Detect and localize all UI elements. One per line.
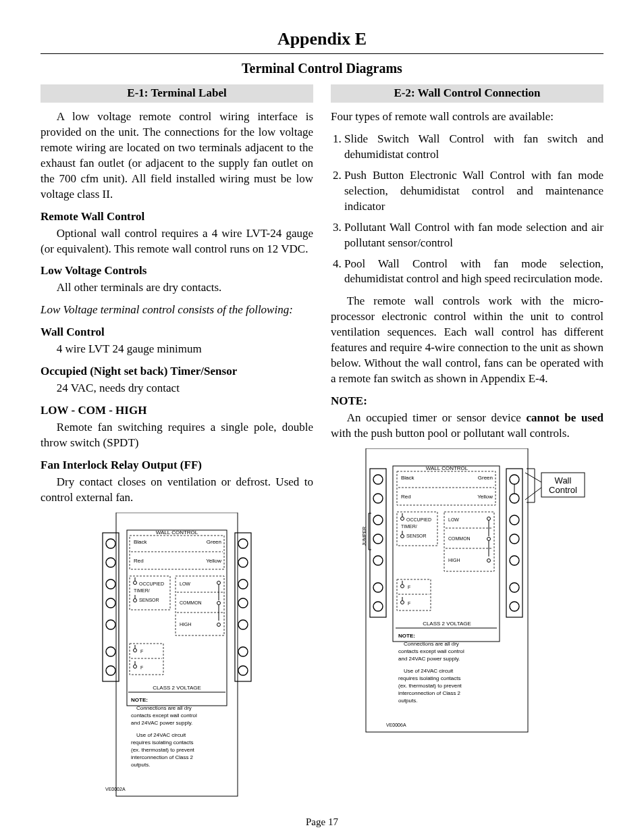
svg-point-6 bbox=[238, 558, 248, 567]
svg-point-12 bbox=[238, 620, 248, 629]
svg-text:Yellow: Yellow bbox=[206, 558, 221, 564]
svg-point-107 bbox=[401, 534, 404, 538]
note-body: An occupied timer or sensor device canno… bbox=[331, 411, 603, 442]
svg-point-80 bbox=[373, 475, 383, 484]
low-voltage-controls-head: Low Voltage Controls bbox=[41, 263, 313, 279]
fan-interlock-body: Dry contact closes on ventilation or def… bbox=[41, 475, 313, 506]
svg-text:JUMPER: JUMPER bbox=[362, 526, 367, 546]
italic-line: Low Voltage terminal control consists of… bbox=[41, 303, 313, 318]
low-com-high-body: Remote fan switching requires a single p… bbox=[41, 420, 313, 451]
svg-text:Green: Green bbox=[207, 539, 221, 545]
svg-text:Wall: Wall bbox=[555, 475, 572, 486]
svg-text:contacts except wall control: contacts except wall control bbox=[398, 648, 464, 654]
svg-point-93 bbox=[510, 602, 519, 611]
list-item-4: Pool Wall Control with fan mode selectio… bbox=[344, 257, 603, 288]
svg-point-88 bbox=[373, 556, 383, 565]
occupied-body: 24 VAC, needs dry contact bbox=[41, 381, 313, 396]
svg-point-5 bbox=[106, 558, 115, 567]
svg-text:COMMON: COMMON bbox=[448, 536, 471, 541]
svg-point-86 bbox=[373, 534, 383, 544]
list-item-3: Pollutant Wall Control with fan mode sel… bbox=[344, 220, 603, 251]
svg-point-43 bbox=[217, 623, 221, 626]
svg-text:TIMER/: TIMER/ bbox=[401, 524, 417, 529]
svg-point-82 bbox=[373, 494, 383, 503]
svg-text:requires isolating contacts: requires isolating contacts bbox=[131, 739, 194, 746]
svg-text:VE0002A: VE0002A bbox=[105, 787, 126, 791]
svg-text:Connections are all dry: Connections are all dry bbox=[136, 705, 192, 711]
svg-point-122 bbox=[401, 584, 404, 588]
svg-text:Black: Black bbox=[134, 539, 148, 545]
page-number: Page 17 bbox=[41, 815, 603, 829]
svg-point-41 bbox=[217, 601, 221, 604]
svg-text:HIGH: HIGH bbox=[448, 558, 460, 563]
svg-text:OCCUPIED: OCCUPIED bbox=[406, 517, 431, 522]
svg-point-85 bbox=[510, 515, 519, 525]
svg-text:WALL CONTROL: WALL CONTROL bbox=[426, 465, 468, 471]
column-left: E-1: Terminal Label A low voltage remote… bbox=[41, 84, 313, 803]
svg-point-8 bbox=[238, 579, 248, 589]
svg-text:Yellow: Yellow bbox=[477, 494, 493, 500]
svg-text:Use of 24VAC circuit: Use of 24VAC circuit bbox=[404, 668, 454, 674]
svg-point-15 bbox=[106, 666, 115, 675]
svg-point-9 bbox=[106, 598, 115, 608]
svg-point-26 bbox=[134, 581, 137, 584]
svg-text:outputs.: outputs. bbox=[131, 762, 150, 768]
svg-text:Use of 24VAC circuit: Use of 24VAC circuit bbox=[136, 732, 186, 738]
svg-rect-0 bbox=[116, 513, 238, 796]
svg-text:VE0006A: VE0006A bbox=[386, 723, 406, 727]
svg-point-87 bbox=[510, 534, 519, 544]
svg-text:Red: Red bbox=[401, 494, 411, 500]
svg-text:(ex. thermostat) to prevent: (ex. thermostat) to prevent bbox=[131, 747, 195, 753]
diagram-terminal-label: WALL CONTROL Black Green Red Yellow OCCU… bbox=[89, 513, 265, 803]
list-item-2: Push Button Electronic Wall Control with… bbox=[344, 168, 603, 215]
svg-point-120 bbox=[487, 558, 491, 562]
svg-point-7 bbox=[106, 579, 115, 589]
svg-point-89 bbox=[510, 556, 519, 565]
svg-point-84 bbox=[373, 515, 383, 525]
svg-text:Connections are all dry: Connections are all dry bbox=[404, 641, 459, 647]
svg-text:OCCUPIED: OCCUPIED bbox=[139, 581, 164, 586]
svg-text:WALL CONTROL: WALL CONTROL bbox=[156, 529, 198, 536]
svg-point-11 bbox=[106, 620, 115, 629]
svg-point-4 bbox=[238, 539, 248, 548]
svg-point-90 bbox=[373, 583, 383, 592]
page-subtitle: Terminal Control Diagrams bbox=[41, 59, 603, 78]
wall-control-list: Slide Switch Wall Control with fan switc… bbox=[344, 132, 603, 287]
svg-text:Black: Black bbox=[401, 475, 415, 481]
note-head: NOTE: bbox=[331, 394, 603, 409]
svg-point-83 bbox=[510, 494, 519, 503]
svg-rect-66 bbox=[370, 469, 386, 617]
fan-interlock-head: Fan Interlock Relay Output (FF) bbox=[41, 458, 313, 473]
svg-rect-65 bbox=[393, 466, 500, 642]
diagram-wall-control-connection: Wall Control JUMPER bbox=[339, 448, 595, 739]
remote-wall-control-head: Remote Wall Control bbox=[41, 209, 313, 225]
svg-text:HIGH: HIGH bbox=[180, 622, 192, 627]
svg-text:requires isolating contacts: requires isolating contacts bbox=[398, 675, 461, 681]
svg-text:COMMON: COMMON bbox=[180, 600, 202, 605]
svg-text:SENSOR: SENSOR bbox=[406, 533, 427, 538]
wall-control-head: Wall Control bbox=[41, 325, 313, 340]
svg-rect-17 bbox=[127, 530, 227, 706]
svg-text:Control: Control bbox=[549, 485, 577, 495]
svg-text:NOTE:: NOTE: bbox=[398, 633, 415, 639]
svg-text:SENSOR: SENSOR bbox=[139, 598, 159, 602]
svg-point-103 bbox=[401, 517, 404, 520]
svg-point-3 bbox=[106, 539, 115, 548]
svg-text:Red: Red bbox=[134, 558, 144, 564]
svg-point-92 bbox=[373, 602, 383, 611]
svg-text:and 24VAC power supply.: and 24VAC power supply. bbox=[131, 720, 192, 726]
svg-point-91 bbox=[510, 583, 519, 592]
svg-text:interconnection of Class 2: interconnection of Class 2 bbox=[398, 690, 461, 696]
svg-point-81 bbox=[510, 475, 519, 484]
occupied-head: Occupied (Night set back) Timer/Sensor bbox=[41, 364, 313, 380]
svg-point-39 bbox=[217, 581, 221, 584]
e1-intro: A low voltage remote control wiring inte… bbox=[41, 109, 313, 203]
svg-text:TIMER/: TIMER/ bbox=[134, 588, 150, 593]
svg-point-118 bbox=[487, 537, 491, 540]
svg-text:and 24VAC power supply.: and 24VAC power supply. bbox=[398, 656, 460, 662]
svg-rect-64 bbox=[366, 448, 528, 732]
svg-point-116 bbox=[487, 517, 491, 520]
appendix-title: Appendix E bbox=[41, 27, 603, 54]
column-right: E-2: Wall Control Connection Four types … bbox=[331, 84, 603, 803]
svg-point-16 bbox=[238, 666, 248, 675]
